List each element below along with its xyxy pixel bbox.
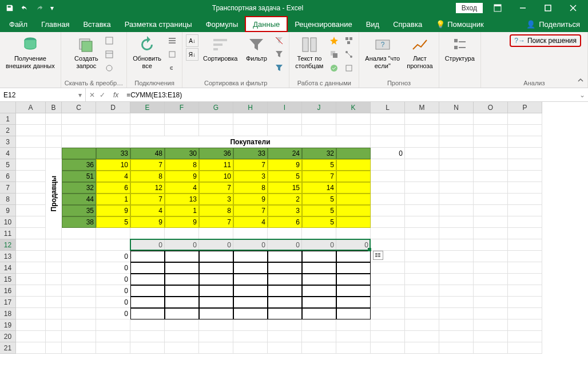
row-header-13[interactable]: 13	[0, 251, 16, 262]
cell-C6[interactable]: 51	[62, 171, 96, 182]
cell-G17[interactable]	[199, 297, 233, 308]
cell-O6[interactable]	[474, 171, 508, 182]
cell-D10[interactable]: 5	[96, 216, 130, 228]
cell-G6[interactable]: 10	[199, 171, 233, 182]
cell-B17[interactable]	[46, 297, 62, 308]
cell-A18[interactable]	[16, 308, 46, 319]
cell-C13[interactable]	[62, 251, 96, 262]
cell-M1[interactable]	[405, 113, 439, 125]
cell-F6[interactable]: 9	[165, 171, 199, 182]
cell-D18[interactable]: 0	[96, 308, 130, 319]
cell-I13[interactable]	[268, 251, 302, 262]
cell-C18[interactable]	[62, 308, 96, 319]
column-header-E[interactable]: E	[130, 102, 165, 113]
cell-D20[interactable]	[96, 331, 130, 342]
cell-M7[interactable]	[405, 182, 439, 194]
row-header-15[interactable]: 15	[0, 274, 16, 285]
redo-button[interactable]	[33, 2, 46, 14]
cell-D3[interactable]	[96, 136, 130, 148]
cell-C2[interactable]	[62, 125, 96, 136]
cell-G5[interactable]: 11	[199, 159, 233, 171]
cell-N17[interactable]	[439, 297, 474, 308]
row-header-4[interactable]: 4	[0, 148, 16, 159]
cell-I12[interactable]: 0	[268, 239, 302, 251]
cell-O21[interactable]	[474, 342, 508, 354]
column-header-A[interactable]: A	[16, 102, 46, 113]
column-header-K[interactable]: K	[336, 102, 371, 113]
cell-D1[interactable]	[96, 113, 130, 125]
tab-help[interactable]: Справка	[386, 16, 429, 32]
cell-P1[interactable]	[508, 113, 542, 125]
cell-M21[interactable]	[405, 342, 439, 354]
cell-K15[interactable]	[336, 274, 371, 285]
row-header-12[interactable]: 12	[0, 239, 16, 251]
cell-H9[interactable]: 7	[233, 205, 268, 216]
cell-M16[interactable]	[405, 285, 439, 297]
cell-I1[interactable]	[268, 113, 302, 125]
cell-B20[interactable]	[46, 331, 62, 342]
cell-L21[interactable]	[371, 342, 405, 354]
advanced-filter-button[interactable]	[273, 62, 285, 74]
cell-B21[interactable]	[46, 342, 62, 354]
cell-H17[interactable]	[233, 297, 268, 308]
cell-I19[interactable]	[268, 319, 302, 331]
new-query-button[interactable]: Создать запрос	[72, 34, 101, 71]
cell-H13[interactable]	[233, 251, 268, 262]
cell-A10[interactable]	[16, 216, 46, 228]
cell-F11[interactable]	[165, 228, 199, 239]
cell-B1[interactable]	[46, 113, 62, 125]
cell-J19[interactable]	[302, 319, 336, 331]
remove-duplicates-button[interactable]	[328, 48, 340, 61]
cell-A2[interactable]	[16, 125, 46, 136]
cell-C12[interactable]	[62, 239, 96, 251]
enter-formula-button[interactable]: ✓	[100, 91, 105, 99]
row-header-11[interactable]: 11	[0, 228, 16, 239]
column-header-O[interactable]: O	[474, 102, 508, 113]
cell-F7[interactable]: 4	[165, 182, 199, 194]
cell-J14[interactable]	[302, 262, 336, 274]
cell-E13[interactable]	[130, 251, 165, 262]
cell-F13[interactable]	[165, 251, 199, 262]
tab-data[interactable]: Данные	[245, 16, 288, 32]
cell-B19[interactable]	[46, 319, 62, 331]
cell-P16[interactable]	[508, 285, 542, 297]
relationships-button[interactable]	[343, 48, 355, 61]
cell-L20[interactable]	[371, 331, 405, 342]
maximize-button[interactable]	[538, 0, 558, 16]
cell-M17[interactable]	[405, 297, 439, 308]
cell-A16[interactable]	[16, 285, 46, 297]
cell-N9[interactable]	[439, 205, 474, 216]
cell-I10[interactable]: 6	[268, 216, 302, 228]
cell-I7[interactable]: 15	[268, 182, 302, 194]
cell-P14[interactable]	[508, 262, 542, 274]
cell-L1[interactable]	[371, 113, 405, 125]
get-external-data-button[interactable]: Получение внешних данных	[3, 34, 57, 71]
cell-O20[interactable]	[474, 331, 508, 342]
cell-O18[interactable]	[474, 308, 508, 319]
fx-icon[interactable]: fx	[109, 88, 123, 101]
cell-G12[interactable]: 0	[199, 239, 233, 251]
cell-M15[interactable]	[405, 274, 439, 285]
cell-L17[interactable]	[371, 297, 405, 308]
cell-E19[interactable]	[130, 319, 165, 331]
cell-M20[interactable]	[405, 331, 439, 342]
cell-C8[interactable]: 44	[62, 194, 96, 205]
cell-O4[interactable]	[474, 148, 508, 159]
undo-button[interactable]	[18, 2, 31, 14]
cell-F18[interactable]	[165, 308, 199, 319]
row-header-3[interactable]: 3	[0, 136, 16, 148]
cell-P2[interactable]	[508, 125, 542, 136]
cell-C3[interactable]	[62, 136, 96, 148]
cell-M6[interactable]	[405, 171, 439, 182]
column-header-B[interactable]: B	[46, 102, 62, 113]
cell-B3[interactable]	[46, 136, 62, 148]
cell-D11[interactable]	[96, 228, 130, 239]
cell-A4[interactable]	[16, 148, 46, 159]
column-header-H[interactable]: H	[233, 102, 268, 113]
cell-C11[interactable]	[62, 228, 96, 239]
cell-O3[interactable]	[474, 136, 508, 148]
column-header-D[interactable]: D	[96, 102, 130, 113]
select-all-corner[interactable]	[0, 102, 16, 113]
cell-E9[interactable]: 4	[130, 205, 165, 216]
cell-L19[interactable]	[371, 319, 405, 331]
